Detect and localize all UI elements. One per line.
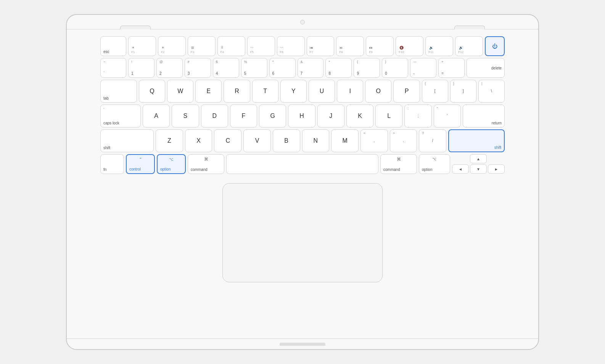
camera <box>300 20 305 24</box>
l-key[interactable]: L <box>375 105 402 127</box>
f7-key[interactable]: ⏮ F7 <box>307 36 335 56</box>
bracket-open-key[interactable]: { [ <box>422 80 448 103</box>
d-key[interactable]: D <box>201 105 228 127</box>
slash-key[interactable]: ? / <box>419 129 446 152</box>
fn-row: esc ☀ F1 ☀ F2 ⊞ F3 <box>100 36 505 56</box>
backslash-key[interactable]: | \ <box>478 80 505 103</box>
power-key[interactable]: ⏻ <box>485 36 505 56</box>
qwerty-row: tab Q W E R T Y U I <box>100 80 505 103</box>
num8-key[interactable]: * 8 <box>325 58 352 78</box>
f8-key[interactable]: ⏯ F8 <box>336 36 364 56</box>
equals-key[interactable]: + = <box>438 58 465 78</box>
f6-key[interactable]: ⋯ F6 <box>277 36 305 56</box>
hinge-left <box>120 26 151 29</box>
f5-key[interactable]: ⋯ F5 <box>247 36 275 56</box>
minus-key[interactable]: — - <box>410 58 436 78</box>
num7-key[interactable]: & 7 <box>298 58 324 78</box>
c-key[interactable]: C <box>214 129 241 152</box>
bottom-bar <box>67 338 538 349</box>
return-key[interactable]: return <box>463 105 505 127</box>
w-key[interactable]: W <box>167 80 193 103</box>
laptop-body: esc ☀ F1 ☀ F2 ⊞ F3 <box>66 14 539 350</box>
hinge-right <box>454 26 485 29</box>
o-key[interactable]: O <box>365 80 391 103</box>
b-key[interactable]: B <box>273 129 300 152</box>
control-key[interactable]: ⌃ control <box>126 154 155 174</box>
x-key[interactable]: X <box>185 129 212 152</box>
bottom-notch <box>280 343 325 346</box>
bottom-row: fn ⌃ control ⌥ option ⌘ command ⌘ comman… <box>100 154 505 174</box>
command-left-key[interactable]: ⌘ command <box>188 154 224 174</box>
i-key[interactable]: I <box>337 80 363 103</box>
u-key[interactable]: U <box>309 80 335 103</box>
f9-key[interactable]: ⏭ F9 <box>366 36 394 56</box>
e-key[interactable]: E <box>195 80 222 103</box>
t-key[interactable]: T <box>252 80 278 103</box>
bracket-close-key[interactable]: } ] <box>450 80 476 103</box>
g-key[interactable]: G <box>259 105 286 127</box>
f2-key[interactable]: ☀ F2 <box>158 36 186 56</box>
f12-key[interactable]: 🔊 F12 <box>455 36 483 56</box>
f4-key[interactable]: ⠿ F4 <box>217 36 245 56</box>
m-key[interactable]: M <box>331 129 359 152</box>
z-key[interactable]: Z <box>156 129 183 152</box>
a-key[interactable]: A <box>143 105 170 127</box>
arrow-down-key[interactable]: ▼ <box>470 164 487 174</box>
num4-key[interactable]: $ 4 <box>213 58 239 78</box>
arrow-right-key[interactable]: ► <box>488 164 505 174</box>
arrow-left-key[interactable]: ◄ <box>452 164 469 174</box>
space-key[interactable] <box>226 154 378 174</box>
fn-key[interactable]: fn <box>100 154 124 174</box>
q-key[interactable]: Q <box>139 80 165 103</box>
command-right-key[interactable]: ⌘ command <box>380 154 417 174</box>
n-key[interactable]: N <box>302 129 330 152</box>
k-key[interactable]: K <box>346 105 373 127</box>
f3-key[interactable]: ⊞ F3 <box>188 36 216 56</box>
p-key[interactable]: P <box>393 80 420 103</box>
zxcv-row: shift Z X C V B N M < <box>100 129 505 152</box>
laptop-lid <box>67 15 538 29</box>
num3-key[interactable]: # 3 <box>185 58 211 78</box>
quote-key[interactable]: " ' <box>434 105 461 127</box>
y-key[interactable]: Y <box>280 80 307 103</box>
num1-key[interactable]: ! 1 <box>128 58 154 78</box>
j-key[interactable]: J <box>317 105 344 127</box>
h-key[interactable]: H <box>288 105 315 127</box>
f1-key[interactable]: ☀ F1 <box>128 36 156 56</box>
arrow-cluster: ▲ ◄ ▼ ► <box>452 154 505 174</box>
f10-key[interactable]: 🔇 F10 <box>396 36 423 56</box>
f11-key[interactable]: 🔉 F11 <box>425 36 453 56</box>
shift-right-key[interactable]: shift <box>448 129 505 152</box>
number-row: ~ ` ! 1 @ 2 # 3 $ 4 % 5 <box>100 58 505 78</box>
num0-key[interactable]: ) 0 <box>382 58 408 78</box>
keyboard: esc ☀ F1 ☀ F2 ⊞ F3 <box>100 36 505 174</box>
asdf-row: • caps lock A S D F G H J <box>100 105 505 127</box>
tab-key[interactable]: tab <box>100 80 137 103</box>
delete-key[interactable]: delete <box>467 58 505 78</box>
option-right-key[interactable]: ⌥ option <box>419 154 450 174</box>
comma-key[interactable]: < , <box>360 129 388 152</box>
trackpad[interactable] <box>222 183 383 282</box>
num9-key[interactable]: ( 9 <box>354 58 380 78</box>
num5-key[interactable]: % 5 <box>241 58 267 78</box>
f-key[interactable]: F <box>230 105 257 127</box>
v-key[interactable]: V <box>243 129 271 152</box>
capslock-key[interactable]: • caps lock <box>100 105 141 127</box>
arrow-up-key[interactable]: ▲ <box>470 154 487 163</box>
r-key[interactable]: R <box>224 80 250 103</box>
option-left-key[interactable]: ⌥ option <box>157 154 186 174</box>
period-key[interactable]: > . <box>390 129 417 152</box>
semicolon-key[interactable]: : ; <box>404 105 431 127</box>
shift-left-key[interactable]: shift <box>100 129 154 152</box>
num6-key[interactable]: ^ 6 <box>269 58 296 78</box>
s-key[interactable]: S <box>172 105 199 127</box>
esc-key[interactable]: esc <box>100 36 126 56</box>
tilde-key[interactable]: ~ ` <box>100 58 126 78</box>
num2-key[interactable]: @ 2 <box>156 58 183 78</box>
